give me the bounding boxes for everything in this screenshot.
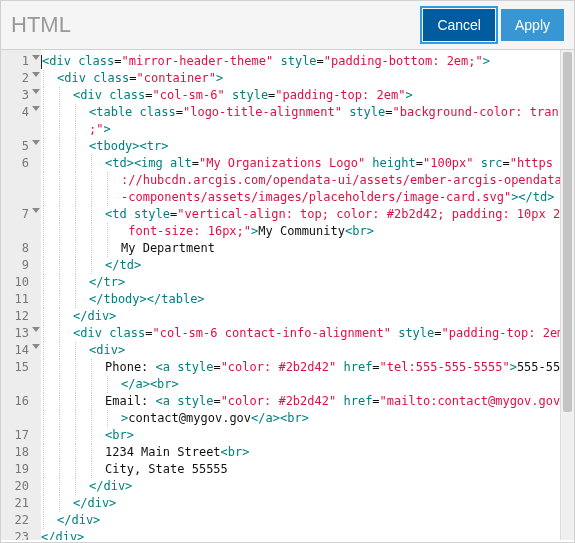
token-tag: </div> — [57, 513, 100, 527]
token-txt: 555-555-5555 — [517, 360, 560, 374]
token-txt — [132, 105, 139, 119]
token-str: "padding-top: 2em" — [275, 88, 405, 102]
code-line[interactable]: </a><br> — [41, 376, 560, 393]
gutter-line: 3 — [1, 87, 41, 104]
token-txt: = — [213, 360, 220, 374]
token-attr: style — [280, 54, 316, 68]
code-line[interactable]: <div class="col-sm-6 contact-info-alignm… — [41, 325, 560, 342]
fold-marker-icon[interactable] — [32, 327, 40, 332]
token-tag: </div> — [73, 309, 116, 323]
code-line[interactable]: <div class="container"> — [41, 70, 560, 87]
code-line[interactable]: Email: <a style="color: #2b2d42" href="m… — [41, 393, 560, 410]
gutter-line: 9 — [1, 257, 41, 274]
token-tag: </td> — [105, 258, 141, 272]
code-line[interactable]: City, State 55555 — [41, 461, 560, 478]
token-tag: <br> — [105, 428, 134, 442]
gutter-line: 16 — [1, 393, 41, 410]
token-tag: > — [483, 54, 490, 68]
editor-gutter: 1234567891011121314151617181920212223242… — [1, 50, 41, 540]
token-tag: </tbody></table> — [89, 292, 205, 306]
token-tag: </a><br> — [121, 377, 179, 391]
fold-marker-icon[interactable] — [32, 208, 40, 213]
code-line[interactable]: Phone: <a style="color: #2b2d42" href="t… — [41, 359, 560, 376]
token-txt: = — [114, 54, 121, 68]
code-line[interactable]: </div> — [41, 308, 560, 325]
code-line[interactable]: </tr> — [41, 274, 560, 291]
code-line[interactable]: </div> — [41, 512, 560, 529]
code-line[interactable]: <td style="vertical-align: top; color: #… — [41, 206, 560, 223]
token-tag: </div> — [89, 479, 132, 493]
fold-marker-icon[interactable] — [32, 344, 40, 349]
code-line[interactable]: </div> — [41, 478, 560, 495]
token-attr: style — [177, 360, 213, 374]
scrollbar-thumb[interactable] — [563, 52, 572, 412]
code-line[interactable]: >contact@mygov.gov</a><br> — [41, 410, 560, 427]
fold-marker-icon[interactable] — [32, 89, 40, 94]
code-line[interactable]: </tbody></table> — [41, 291, 560, 308]
token-txt: = — [145, 88, 152, 102]
gutter-line: 4 — [1, 104, 41, 121]
code-line[interactable]: <div class="mirror-header-theme" style="… — [41, 53, 560, 70]
token-tag: </a><br> — [251, 411, 309, 425]
token-str: "tel:555-555-5555" — [380, 360, 510, 374]
fold-marker-icon[interactable] — [32, 55, 40, 60]
code-editor[interactable]: 1234567891011121314151617181920212223242… — [1, 49, 574, 540]
token-attr: alt — [170, 156, 192, 170]
token-tag: <div — [42, 54, 71, 68]
code-line[interactable]: 1234 Main Street<br> — [41, 444, 560, 461]
token-str: -components/assets/images/placeholders/i… — [121, 190, 511, 204]
code-line[interactable]: <td><img alt="My Organizations Logo" hei… — [41, 155, 560, 172]
token-tag: > — [103, 122, 110, 136]
token-txt — [163, 156, 170, 170]
code-line[interactable]: <div> — [41, 342, 560, 359]
token-str: ;" — [89, 122, 103, 136]
token-txt: = — [192, 156, 199, 170]
gutter-line: 15 — [1, 359, 41, 376]
token-str: "col-sm-6" — [153, 88, 225, 102]
token-attr: style — [398, 326, 434, 340]
token-attr: class — [109, 88, 145, 102]
token-str: "background-color: transparent — [393, 105, 561, 119]
gutter-line: 5 — [1, 138, 41, 155]
code-line[interactable]: ://hubcdn.arcgis.com/opendata-ui/assets/… — [41, 172, 560, 189]
code-line[interactable]: </td> — [41, 257, 560, 274]
token-tag: <td><img — [105, 156, 163, 170]
code-line[interactable]: -components/assets/images/placeholders/i… — [41, 189, 560, 206]
token-str: "container" — [137, 71, 216, 85]
fold-marker-icon[interactable] — [32, 72, 40, 77]
token-attr: href — [343, 360, 372, 374]
token-tag: > — [216, 71, 223, 85]
token-str: "padding-top: 2em;" — [442, 326, 560, 340]
code-line[interactable]: ;"> — [41, 121, 560, 138]
code-line[interactable]: <div class="col-sm-6" style="padding-top… — [41, 87, 560, 104]
gutter-line: 8 — [1, 240, 41, 257]
token-tag: <a — [156, 360, 170, 374]
code-line[interactable]: font-size: 16px;">My Community<br> — [41, 223, 560, 240]
token-str: "padding-bottom: 2em;" — [324, 54, 483, 68]
token-txt: = — [416, 156, 423, 170]
fold-marker-icon[interactable] — [32, 106, 40, 111]
token-str: "100px" — [423, 156, 474, 170]
code-line[interactable]: </div> — [41, 529, 560, 540]
dialog-buttons: Cancel Apply — [423, 9, 564, 41]
fold-marker-icon[interactable] — [32, 140, 40, 145]
token-txt: My Community — [258, 224, 345, 238]
gutter-line: 7 — [1, 206, 41, 223]
code-line[interactable]: <tbody><tr> — [41, 138, 560, 155]
editor-code-area[interactable]: <div class="mirror-header-theme" style="… — [41, 50, 560, 540]
token-str: "logo-title-alignment" — [183, 105, 342, 119]
token-txt: contact@mygov.gov — [128, 411, 251, 425]
token-attr: height — [372, 156, 415, 170]
vertical-scrollbar[interactable] — [560, 50, 574, 540]
token-txt: 1234 Main Street — [105, 445, 221, 459]
code-line[interactable]: <br> — [41, 427, 560, 444]
apply-button[interactable]: Apply — [501, 9, 564, 41]
code-line[interactable]: My Department — [41, 240, 560, 257]
token-txt: = — [213, 394, 220, 408]
token-txt: = — [372, 360, 379, 374]
cancel-button[interactable]: Cancel — [423, 9, 495, 41]
code-line[interactable]: </div> — [41, 495, 560, 512]
token-attr: style — [177, 394, 213, 408]
code-line[interactable]: <table class="logo-title-alignment" styl… — [41, 104, 560, 121]
token-tag: <a — [156, 394, 170, 408]
